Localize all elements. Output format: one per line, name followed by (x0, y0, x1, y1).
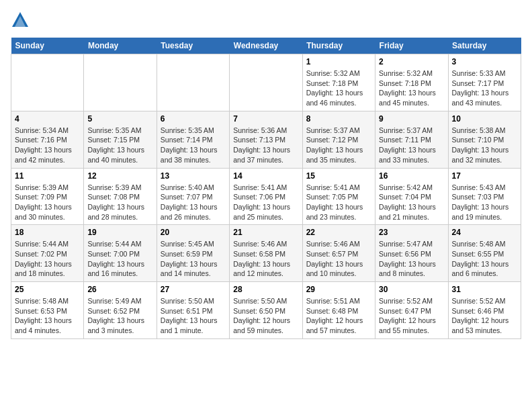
calendar-cell: 20Sunrise: 5:45 AMSunset: 6:59 PMDayligh… (157, 225, 229, 282)
calendar-cell: 29Sunrise: 5:51 AMSunset: 6:48 PMDayligh… (302, 282, 375, 339)
calendar-cell: 11Sunrise: 5:39 AMSunset: 7:09 PMDayligh… (11, 168, 84, 225)
calendar-week-row: 1Sunrise: 5:32 AMSunset: 7:18 PMDaylight… (11, 54, 521, 111)
calendar-cell: 19Sunrise: 5:44 AMSunset: 7:00 PMDayligh… (84, 225, 157, 282)
day-info: Sunrise: 5:43 AMSunset: 7:03 PMDaylight:… (452, 183, 517, 222)
day-info: Sunrise: 5:39 AMSunset: 7:09 PMDaylight:… (15, 183, 80, 222)
calendar-cell: 1Sunrise: 5:32 AMSunset: 7:18 PMDaylight… (302, 54, 375, 111)
day-info: Sunrise: 5:35 AMSunset: 7:14 PMDaylight:… (161, 126, 226, 165)
calendar-cell: 22Sunrise: 5:46 AMSunset: 6:57 PMDayligh… (302, 225, 375, 282)
calendar-cell: 21Sunrise: 5:46 AMSunset: 6:58 PMDayligh… (230, 225, 302, 282)
day-number: 25 (15, 285, 80, 294)
day-info: Sunrise: 5:32 AMSunset: 7:18 PMDaylight:… (379, 68, 444, 108)
day-info: Sunrise: 5:33 AMSunset: 7:17 PMDaylight:… (452, 68, 517, 108)
day-info: Sunrise: 5:34 AMSunset: 7:16 PMDaylight:… (15, 126, 80, 165)
day-info: Sunrise: 5:46 AMSunset: 6:57 PMDaylight:… (306, 239, 371, 279)
calendar-cell: 18Sunrise: 5:44 AMSunset: 7:02 PMDayligh… (11, 225, 84, 282)
calendar-cell (230, 54, 302, 111)
calendar-cell: 16Sunrise: 5:42 AMSunset: 7:04 PMDayligh… (375, 168, 448, 225)
day-info: Sunrise: 5:44 AMSunset: 7:00 PMDaylight:… (87, 239, 152, 279)
logo (11, 11, 32, 30)
day-info: Sunrise: 5:50 AMSunset: 6:51 PMDaylight:… (161, 296, 226, 336)
weekday-header-wednesday: Wednesday (230, 38, 302, 54)
day-number: 16 (379, 171, 444, 181)
calendar-week-row: 25Sunrise: 5:48 AMSunset: 6:53 PMDayligh… (11, 282, 521, 339)
calendar-cell: 24Sunrise: 5:48 AMSunset: 6:55 PMDayligh… (448, 225, 521, 282)
calendar-cell: 14Sunrise: 5:41 AMSunset: 7:06 PMDayligh… (230, 168, 302, 225)
day-number: 23 (379, 228, 444, 237)
day-info: Sunrise: 5:37 AMSunset: 7:12 PMDaylight:… (306, 126, 371, 165)
day-number: 5 (87, 114, 152, 124)
page-header (11, 11, 521, 30)
calendar-week-row: 11Sunrise: 5:39 AMSunset: 7:09 PMDayligh… (11, 168, 521, 225)
day-number: 28 (233, 285, 298, 294)
day-number: 2 (379, 57, 444, 66)
day-number: 3 (452, 57, 517, 66)
calendar-cell: 2Sunrise: 5:32 AMSunset: 7:18 PMDaylight… (375, 54, 448, 111)
weekday-header-tuesday: Tuesday (157, 38, 229, 54)
calendar-cell: 31Sunrise: 5:52 AMSunset: 6:46 PMDayligh… (448, 282, 521, 339)
day-info: Sunrise: 5:41 AMSunset: 7:05 PMDaylight:… (306, 183, 371, 222)
calendar-cell: 8Sunrise: 5:37 AMSunset: 7:12 PMDaylight… (302, 111, 375, 168)
day-number: 12 (87, 171, 152, 181)
day-number: 13 (161, 171, 226, 181)
day-number: 17 (452, 171, 517, 181)
day-info: Sunrise: 5:46 AMSunset: 6:58 PMDaylight:… (233, 239, 298, 279)
day-number: 21 (233, 228, 298, 237)
day-info: Sunrise: 5:48 AMSunset: 6:55 PMDaylight:… (452, 239, 517, 279)
day-info: Sunrise: 5:32 AMSunset: 7:18 PMDaylight:… (306, 68, 371, 108)
weekday-header-row: SundayMondayTuesdayWednesdayThursdayFrid… (11, 38, 521, 54)
day-info: Sunrise: 5:39 AMSunset: 7:08 PMDaylight:… (87, 183, 152, 222)
calendar-week-row: 18Sunrise: 5:44 AMSunset: 7:02 PMDayligh… (11, 225, 521, 282)
calendar-cell: 6Sunrise: 5:35 AMSunset: 7:14 PMDaylight… (157, 111, 229, 168)
calendar-cell: 27Sunrise: 5:50 AMSunset: 6:51 PMDayligh… (157, 282, 229, 339)
day-number: 15 (306, 171, 371, 181)
day-info: Sunrise: 5:48 AMSunset: 6:53 PMDaylight:… (15, 296, 80, 336)
calendar-cell: 4Sunrise: 5:34 AMSunset: 7:16 PMDaylight… (11, 111, 84, 168)
day-number: 9 (379, 114, 444, 124)
day-info: Sunrise: 5:40 AMSunset: 7:07 PMDaylight:… (161, 183, 226, 222)
logo-icon (11, 11, 30, 30)
day-number: 1 (306, 57, 371, 66)
day-info: Sunrise: 5:47 AMSunset: 6:56 PMDaylight:… (379, 239, 444, 279)
calendar-cell: 30Sunrise: 5:52 AMSunset: 6:47 PMDayligh… (375, 282, 448, 339)
day-number: 6 (161, 114, 226, 124)
calendar-cell: 3Sunrise: 5:33 AMSunset: 7:17 PMDaylight… (448, 54, 521, 111)
day-info: Sunrise: 5:36 AMSunset: 7:13 PMDaylight:… (233, 126, 298, 165)
day-info: Sunrise: 5:45 AMSunset: 6:59 PMDaylight:… (161, 239, 226, 279)
day-number: 4 (15, 114, 80, 124)
day-number: 30 (379, 285, 444, 294)
calendar-week-row: 4Sunrise: 5:34 AMSunset: 7:16 PMDaylight… (11, 111, 521, 168)
calendar-cell (84, 54, 157, 111)
day-number: 14 (233, 171, 298, 181)
day-info: Sunrise: 5:50 AMSunset: 6:50 PMDaylight:… (233, 296, 298, 336)
day-number: 7 (233, 114, 298, 124)
calendar-cell: 12Sunrise: 5:39 AMSunset: 7:08 PMDayligh… (84, 168, 157, 225)
day-number: 10 (452, 114, 517, 124)
day-info: Sunrise: 5:42 AMSunset: 7:04 PMDaylight:… (379, 183, 444, 222)
calendar-cell (157, 54, 229, 111)
calendar-cell: 7Sunrise: 5:36 AMSunset: 7:13 PMDaylight… (230, 111, 302, 168)
day-number: 18 (15, 228, 80, 237)
day-info: Sunrise: 5:49 AMSunset: 6:52 PMDaylight:… (87, 296, 152, 336)
day-info: Sunrise: 5:52 AMSunset: 6:46 PMDaylight:… (452, 296, 517, 336)
day-number: 31 (452, 285, 517, 294)
calendar-table: SundayMondayTuesdayWednesdayThursdayFrid… (11, 38, 521, 339)
day-number: 27 (161, 285, 226, 294)
day-info: Sunrise: 5:37 AMSunset: 7:11 PMDaylight:… (379, 126, 444, 165)
weekday-header-thursday: Thursday (302, 38, 375, 54)
calendar-cell: 10Sunrise: 5:38 AMSunset: 7:10 PMDayligh… (448, 111, 521, 168)
calendar-cell: 13Sunrise: 5:40 AMSunset: 7:07 PMDayligh… (157, 168, 229, 225)
day-info: Sunrise: 5:52 AMSunset: 6:47 PMDaylight:… (379, 296, 444, 336)
day-number: 11 (15, 171, 80, 181)
day-number: 24 (452, 228, 517, 237)
day-number: 19 (87, 228, 152, 237)
calendar-cell: 5Sunrise: 5:35 AMSunset: 7:15 PMDaylight… (84, 111, 157, 168)
calendar-cell: 23Sunrise: 5:47 AMSunset: 6:56 PMDayligh… (375, 225, 448, 282)
calendar-cell: 9Sunrise: 5:37 AMSunset: 7:11 PMDaylight… (375, 111, 448, 168)
day-info: Sunrise: 5:38 AMSunset: 7:10 PMDaylight:… (452, 126, 517, 165)
calendar-cell: 28Sunrise: 5:50 AMSunset: 6:50 PMDayligh… (230, 282, 302, 339)
calendar-cell: 26Sunrise: 5:49 AMSunset: 6:52 PMDayligh… (84, 282, 157, 339)
day-info: Sunrise: 5:41 AMSunset: 7:06 PMDaylight:… (233, 183, 298, 222)
calendar-cell: 25Sunrise: 5:48 AMSunset: 6:53 PMDayligh… (11, 282, 84, 339)
day-number: 29 (306, 285, 371, 294)
